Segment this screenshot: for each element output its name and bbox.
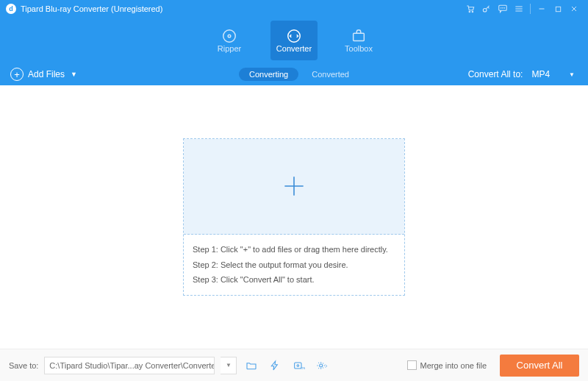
add-files-label: Add Files	[28, 69, 65, 79]
tab-toolbox[interactable]: Toolbox	[335, 21, 382, 60]
top-nav: Ripper Converter Toolbox	[0, 18, 588, 63]
tab-converter-label: Converter	[276, 44, 312, 53]
workspace: Step 1: Click "+" to add files or drag t…	[0, 85, 588, 349]
save-path-input[interactable]: C:\Tipard Studio\Tipar...ay Converter\Co…	[44, 357, 215, 374]
svg-point-6	[504, 8, 505, 9]
titlebar: d Tipard Blu-ray Converter (Unregistered…	[0, 0, 588, 18]
add-files-dropzone[interactable]	[184, 139, 404, 235]
svg-point-2	[483, 8, 487, 12]
settings-icon[interactable]	[313, 357, 331, 374]
svg-rect-7	[556, 7, 560, 11]
minimize-icon[interactable]	[534, 0, 550, 18]
instructions: Step 1: Click "+" to add files or drag t…	[184, 235, 404, 296]
svg-point-15	[320, 364, 323, 367]
convert-all-to-label: Convert All to:	[468, 69, 523, 79]
save-path-dropdown[interactable]: ▼	[220, 357, 237, 374]
svg-point-0	[469, 11, 470, 13]
menu-icon[interactable]	[511, 0, 527, 18]
step-3: Step 3: Click "Convert All" to start.	[193, 272, 395, 288]
subtab-converting[interactable]: Converting	[239, 68, 298, 81]
chevron-down-icon: ▼	[71, 71, 77, 78]
tab-converter[interactable]: Converter	[270, 21, 318, 60]
tab-ripper-label: Ripper	[218, 44, 241, 53]
svg-point-1	[472, 11, 473, 13]
tab-toolbox-label: Toolbox	[345, 44, 373, 53]
high-speed-icon[interactable]: ON	[290, 357, 307, 374]
svg-point-9	[228, 35, 231, 38]
svg-point-5	[503, 8, 503, 9]
svg-rect-12	[295, 363, 301, 368]
step-1: Step 1: Click "+" to add files or drag t…	[193, 242, 395, 257]
feedback-icon[interactable]	[495, 0, 511, 18]
add-files-button[interactable]: + Add Files ▼	[10, 68, 77, 81]
save-to-label: Save to:	[9, 361, 38, 370]
merge-label: Merge into one file	[420, 361, 487, 370]
output-format-select[interactable]: MP4 ▼	[528, 68, 578, 81]
tab-ripper[interactable]: Ripper	[206, 21, 253, 60]
checkbox-icon	[407, 360, 417, 370]
convert-all-button[interactable]: Convert All	[500, 355, 579, 377]
cart-icon[interactable]	[462, 0, 478, 18]
app-logo-icon: d	[6, 4, 16, 14]
svg-point-4	[501, 8, 501, 9]
svg-point-8	[223, 30, 236, 43]
output-format-value: MP4	[531, 69, 550, 79]
maximize-icon[interactable]	[550, 0, 566, 18]
chevron-down-icon: ▼	[569, 71, 575, 78]
open-folder-icon[interactable]	[243, 357, 260, 374]
close-icon[interactable]	[566, 0, 582, 18]
key-icon[interactable]	[478, 0, 495, 18]
footer: Save to: C:\Tipard Studio\Tipar...ay Con…	[0, 349, 588, 381]
hardware-accel-icon[interactable]	[266, 357, 284, 374]
dropzone: Step 1: Click "+" to add files or drag t…	[183, 138, 405, 296]
subtab-converted[interactable]: Converted	[312, 70, 349, 79]
svg-rect-11	[354, 33, 365, 40]
toolbar: + Add Files ▼ Converting Converted Conve…	[0, 63, 588, 85]
titlebar-divider	[530, 4, 531, 14]
svg-point-13	[297, 364, 299, 366]
svg-text:ON: ON	[301, 366, 306, 370]
plus-circle-icon: +	[10, 68, 24, 81]
step-2: Step 2: Select the output format you des…	[193, 257, 395, 273]
merge-checkbox[interactable]: Merge into one file	[407, 360, 487, 370]
app-title: Tipard Blu-ray Converter (Unregistered)	[21, 4, 162, 13]
